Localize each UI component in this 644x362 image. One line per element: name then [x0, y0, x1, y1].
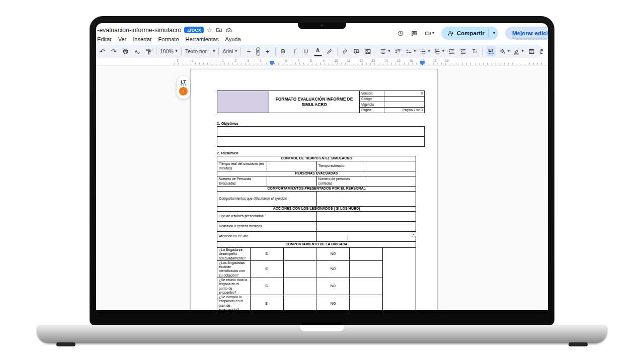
share-dropdown-icon[interactable]: ▾ [493, 31, 495, 35]
bullet-list-select[interactable]: ▾ [420, 48, 430, 55]
meta-label: Página: [360, 108, 384, 113]
section-heading-resumen: 2. Resumen [217, 151, 437, 155]
ruler-number: 4 [260, 59, 262, 62]
laptop-screen: -evaluacion-informe-simulacro .DOCX ☆ Ed… [96, 23, 548, 310]
line-spacing-icon[interactable] [394, 46, 402, 56]
cloud-status-icon[interactable] [225, 27, 232, 33]
laptop-base [37, 325, 607, 343]
highlight-pen-icon[interactable] [326, 46, 334, 56]
chevron-down-icon: ▾ [432, 31, 434, 35]
meta-value [384, 102, 425, 108]
add-comment-icon[interactable] [353, 46, 361, 56]
input-cell [267, 176, 316, 187]
document-page[interactable]: FORMATO EVALUACIÓN INFORME DE SIMULACRO … [190, 69, 438, 310]
languagetool-icon[interactable]: LT [487, 46, 496, 56]
ruler-number: 2 [177, 59, 179, 62]
person-add-icon [447, 30, 454, 37]
table-rows-icon[interactable] [527, 46, 535, 56]
checkbox-cell [283, 248, 316, 261]
menu-formato[interactable]: Formato [158, 36, 179, 42]
font-select[interactable]: Arial▾ [222, 48, 237, 54]
brigada-table: COMPORTAMIENTO DE LA BRIGADA ¿La Brigada… [217, 241, 416, 310]
paint-format-icon[interactable] [144, 46, 152, 56]
form-title: FORMATO EVALUACIÓN INFORME DE SIMULACRO [269, 91, 360, 113]
form-header-table: FORMATO EVALUACIÓN INFORME DE SIMULACRO … [217, 90, 425, 113]
checkbox-cell [283, 278, 316, 295]
decrease-indent-icon[interactable] [448, 46, 456, 56]
move-folder-icon[interactable] [216, 27, 222, 33]
empty-row [217, 137, 425, 147]
numbered-list-select[interactable]: ▾ [434, 48, 444, 55]
increase-font-icon[interactable]: + [264, 46, 272, 56]
table-properties-icon[interactable] [539, 46, 543, 56]
print-icon[interactable] [121, 46, 129, 56]
decrease-font-icon[interactable]: − [245, 46, 253, 56]
text-color-icon[interactable]: A [314, 46, 322, 56]
ruler-number: 13 [371, 59, 375, 62]
languagetool-premium-icon[interactable]: ↑ [179, 87, 188, 96]
laptop-bezel: -evaluacion-informe-simulacro .DOCX ☆ Ed… [90, 16, 554, 326]
insert-image-icon[interactable] [364, 46, 372, 56]
languagetool-widget: LT ↑ [177, 76, 190, 99]
checkbox-cell [350, 248, 383, 261]
ruler-indent-marker[interactable] [270, 61, 274, 65]
meta-value [384, 97, 425, 102]
checklist-select[interactable]: ▾ [406, 48, 416, 55]
menu-ver[interactable]: Ver [118, 36, 127, 42]
menu-ayuda[interactable]: Ayuda [225, 36, 241, 42]
ruler-number: 12 [359, 59, 363, 62]
ruler-number: 18 [433, 59, 436, 62]
menu-insertar[interactable]: Insertar [133, 36, 151, 42]
ruler-number: 9 [323, 59, 325, 62]
version-history-icon[interactable] [397, 30, 404, 37]
checkbox-cell [350, 278, 383, 295]
laptop-notch [298, 23, 346, 29]
table-cell-dropdown[interactable]: ▾ [411, 232, 416, 237]
ruler-number: 19 [445, 59, 448, 62]
styles-select[interactable]: Texto nor...▾ [185, 48, 215, 54]
star-icon[interactable]: ☆ [207, 27, 213, 33]
ruler-number: 15 [396, 59, 400, 62]
meet-button[interactable]: ▾ [425, 30, 434, 37]
horizontal-ruler[interactable]: 211234678910111213141516171819 [96, 58, 548, 66]
ruler-indent-marker[interactable] [420, 61, 425, 65]
control-tiempo-table: CONTROL DE TIEMPO EN EL SIMULACRO Tiempo… [217, 156, 416, 187]
redo-icon[interactable]: ↷ [110, 46, 118, 56]
menu-herramientas[interactable]: Herramientas [186, 36, 219, 42]
meta-value: Página 1 de 3 [384, 108, 425, 113]
italic-icon[interactable]: I [291, 46, 299, 56]
undo-icon[interactable]: ↶ [98, 46, 106, 56]
text-cursor [348, 235, 348, 240]
bold-icon[interactable]: B [279, 46, 287, 56]
zoom-select[interactable]: 100%▾ [160, 48, 178, 54]
webcam-icon [321, 24, 324, 27]
input-cell [366, 161, 416, 171]
highlighter-select[interactable]: ▾ [513, 48, 524, 55]
spellcheck-icon[interactable] [133, 46, 141, 56]
align-select[interactable]: ▾ [380, 48, 390, 55]
ruler-number: 10 [334, 59, 338, 62]
increase-indent-icon[interactable] [459, 46, 467, 56]
languagetool-logo-icon[interactable]: LT [181, 79, 186, 86]
menu-bar: Editar Ver Insertar Formato Herramientas… [97, 36, 241, 42]
ruler-number: 1 [222, 59, 224, 62]
document-title[interactable]: -evaluacion-informe-simulacro [97, 27, 181, 34]
ruler-number: 6 [285, 59, 287, 62]
meta-label: Vigencia: [360, 102, 384, 108]
improve-editing-button[interactable]: Mejorar edición [505, 27, 548, 40]
share-button[interactable]: Compartir ▾ [441, 27, 498, 40]
fill-color-select[interactable]: ▾ [499, 48, 510, 55]
underline-icon[interactable]: U [302, 46, 310, 56]
logo-cell [217, 91, 269, 113]
toolbar: ↶ ↷ 100%▾ Texto nor...▾ Arial▾ − 9 + [96, 45, 543, 58]
insert-link-icon[interactable] [341, 46, 349, 56]
font-size-input[interactable]: 9 [256, 47, 260, 56]
meta-label: Versión: [360, 91, 384, 97]
input-cell [316, 192, 416, 207]
input-cell [366, 176, 416, 187]
menu-editar[interactable]: Editar [97, 36, 112, 42]
comportamientos-table: COMPORTAMIENTOS PRESENTADOS POR EL PERSO… [217, 186, 416, 207]
clear-formatting-icon[interactable]: Tx [471, 46, 479, 56]
comments-icon[interactable] [411, 30, 418, 37]
ruler-number: 1 [192, 59, 194, 62]
